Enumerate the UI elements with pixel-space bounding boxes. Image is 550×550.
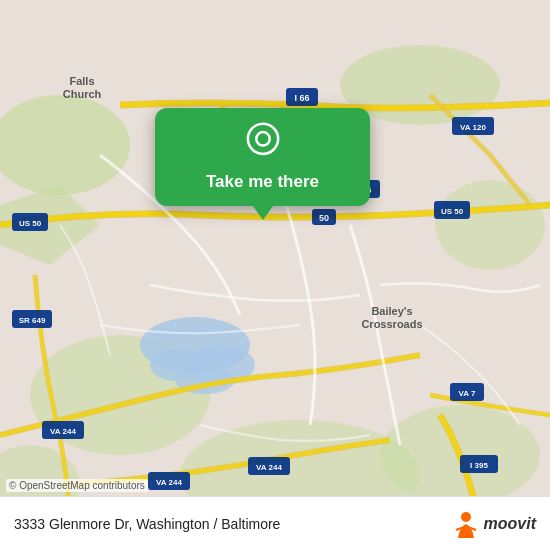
svg-text:Bailey's: Bailey's [371, 305, 412, 317]
address-text: 3333 Glenmore Dr, Washington / Baltimore [14, 516, 280, 532]
svg-text:US 50: US 50 [19, 219, 42, 228]
osm-attribution: © OpenStreetMap contributors [6, 479, 148, 492]
map-svg: I 66 I 66 US 50 US 50 50 VA 120 VA 244 V… [0, 0, 550, 550]
bottom-bar: 3333 Glenmore Dr, Washington / Baltimore… [0, 496, 550, 550]
moovit-icon [452, 510, 480, 538]
map-container: I 66 I 66 US 50 US 50 50 VA 120 VA 244 V… [0, 0, 550, 550]
svg-text:Church: Church [63, 88, 102, 100]
svg-point-3 [435, 180, 545, 270]
svg-text:I 395: I 395 [470, 461, 488, 470]
svg-text:SR 649: SR 649 [19, 316, 46, 325]
svg-text:VA 244: VA 244 [256, 463, 282, 472]
moovit-logo: moovit [452, 510, 536, 538]
svg-point-42 [256, 132, 269, 145]
svg-text:Crossroads: Crossroads [361, 318, 422, 330]
popup-callout[interactable]: Take me there [155, 108, 370, 206]
svg-text:50: 50 [319, 213, 329, 223]
svg-text:VA 244: VA 244 [156, 478, 182, 487]
svg-text:I 66: I 66 [294, 93, 309, 103]
svg-text:VA 244: VA 244 [50, 427, 76, 436]
svg-point-43 [461, 512, 471, 522]
svg-text:Falls: Falls [69, 75, 94, 87]
svg-point-41 [247, 124, 277, 154]
location-pin-icon [242, 122, 284, 164]
moovit-wordmark: moovit [484, 515, 536, 533]
popup-label: Take me there [206, 172, 319, 192]
svg-text:VA 120: VA 120 [460, 123, 486, 132]
svg-text:VA 7: VA 7 [459, 389, 476, 398]
svg-text:US 50: US 50 [441, 207, 464, 216]
